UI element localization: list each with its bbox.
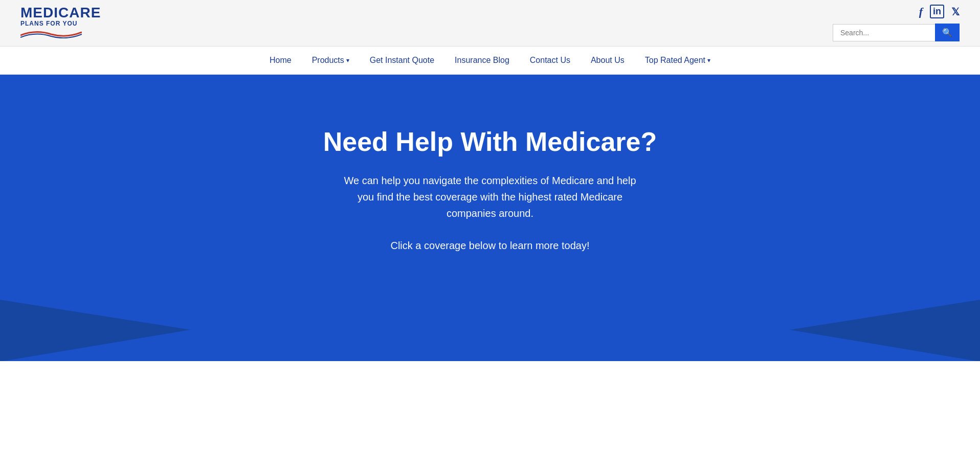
logo-medicare: MEDICARE bbox=[20, 6, 101, 20]
search-button[interactable]: 🔍 bbox=[935, 24, 960, 41]
hero-subtext: We can help you navigate the complexitie… bbox=[337, 172, 643, 221]
logo-wave bbox=[20, 29, 82, 40]
svg-rect-0 bbox=[0, 269, 980, 361]
nav-item-home[interactable]: Home bbox=[259, 47, 302, 74]
nav-item-insurance-blog[interactable]: Insurance Blog bbox=[444, 47, 520, 74]
twitter-icon[interactable]: 𝕏 bbox=[951, 6, 960, 18]
nav-item-contact-us[interactable]: Contact Us bbox=[520, 47, 581, 74]
navbar: Home Products ▾ Get Instant Quote Insura… bbox=[0, 46, 980, 75]
linkedin-icon[interactable]: in bbox=[930, 5, 944, 18]
hero-bottom-wave bbox=[0, 269, 980, 361]
search-bar: 🔍 bbox=[833, 24, 960, 41]
chevron-down-icon-2: ▾ bbox=[707, 57, 710, 64]
search-icon: 🔍 bbox=[942, 28, 952, 37]
logo: MEDICARE PLANS FOR YOU bbox=[20, 6, 101, 40]
header-right: f in 𝕏 🔍 bbox=[833, 5, 960, 41]
hero-section: Need Help With Medicare? We can help you… bbox=[0, 75, 980, 361]
logo-plans: PLANS FOR YOU bbox=[20, 20, 77, 27]
svg-marker-3 bbox=[389, 284, 591, 361]
nav-item-about-us[interactable]: About Us bbox=[581, 47, 635, 74]
header: MEDICARE PLANS FOR YOU f in 𝕏 🔍 bbox=[0, 0, 980, 46]
nav-item-get-instant-quote[interactable]: Get Instant Quote bbox=[360, 47, 444, 74]
chevron-down-icon: ▾ bbox=[346, 57, 349, 64]
nav-item-top-rated-agent[interactable]: Top Rated Agent ▾ bbox=[635, 47, 721, 74]
nav-item-products[interactable]: Products ▾ bbox=[302, 47, 360, 74]
hero-headline: Need Help With Medicare? bbox=[323, 127, 657, 157]
social-icons: f in 𝕏 bbox=[919, 5, 960, 18]
facebook-icon[interactable]: f bbox=[919, 5, 923, 18]
search-input[interactable] bbox=[833, 24, 935, 41]
hero-cta-text: Click a coverage below to learn more tod… bbox=[390, 240, 589, 252]
